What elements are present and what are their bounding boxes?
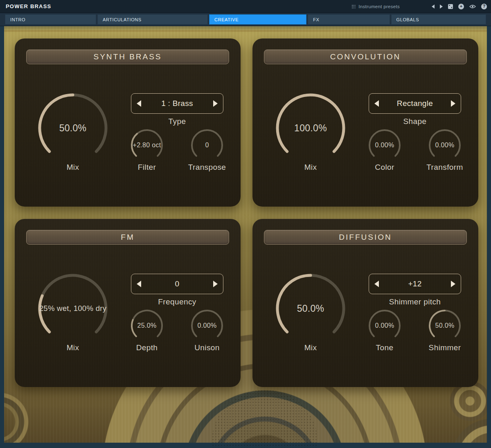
knob-value: 50.0% bbox=[297, 303, 324, 314]
chevron-left-icon[interactable] bbox=[137, 281, 141, 287]
knob-value: 0.00% bbox=[198, 322, 217, 329]
knob-label: Filter bbox=[118, 163, 176, 172]
preset-prev-icon[interactable] bbox=[432, 5, 435, 9]
knob-value: +2.80 oct bbox=[133, 142, 161, 149]
instrument-presets-button[interactable]: Instrument presets bbox=[351, 4, 400, 9]
transform-knob[interactable]: 0.00% bbox=[428, 128, 462, 162]
knob-value: 25.0% bbox=[137, 322, 157, 329]
knob-label: Mix bbox=[37, 163, 109, 172]
grid-icon bbox=[351, 5, 356, 9]
selector-value: Rectangle bbox=[397, 99, 433, 108]
shimmer-knob[interactable]: 50.0% bbox=[428, 308, 462, 343]
mix-knob[interactable]: 50.0% bbox=[37, 92, 109, 164]
knob-label: Depth bbox=[118, 343, 176, 352]
panel-convolution: CONVOLUTION 100.0% Mix Rectangle Shape 0… bbox=[252, 38, 478, 207]
depth-knob[interactable]: 25.0% bbox=[130, 308, 164, 343]
mix-knob[interactable]: 50.0% bbox=[275, 272, 347, 344]
tab-intro[interactable]: INTRO bbox=[5, 14, 96, 25]
chevron-right-icon[interactable] bbox=[451, 281, 455, 287]
chevron-right-icon[interactable] bbox=[451, 100, 455, 107]
unison-knob[interactable]: 0.00% bbox=[190, 308, 224, 343]
plugin-window: POWER BRASS Instrument presets + ? INTRO… bbox=[0, 0, 491, 448]
frequency-selector[interactable]: 0 bbox=[131, 274, 223, 294]
random-icon[interactable] bbox=[448, 4, 453, 9]
knob-value: 50.0% bbox=[435, 322, 455, 329]
help-icon[interactable]: ? bbox=[481, 4, 487, 9]
tab-creative[interactable]: CREATIVE bbox=[209, 14, 306, 25]
mix-knob[interactable]: 100.0% bbox=[275, 92, 347, 164]
panel-synth-brass: SYNTH BRASS 50.0% Mix 1 : Brass Type +2.… bbox=[15, 38, 241, 207]
chevron-right-icon[interactable] bbox=[213, 100, 218, 107]
app-title: POWER BRASS bbox=[6, 3, 51, 9]
panel-title: SYNTH BRASS bbox=[26, 50, 229, 64]
chevron-left-icon[interactable] bbox=[137, 100, 141, 107]
panel-diffusion: DIFFUSION 50.0% Mix +12 Shimmer pitch 0.… bbox=[252, 219, 478, 387]
knob-value: 50.0% bbox=[59, 123, 87, 134]
filter-knob[interactable]: +2.80 oct bbox=[130, 128, 164, 162]
eye-icon[interactable] bbox=[469, 4, 476, 9]
knob-value: 0 bbox=[205, 142, 209, 149]
selector-label: Frequency bbox=[131, 297, 223, 306]
color-knob[interactable]: 0.00% bbox=[367, 128, 402, 162]
titlebar: POWER BRASS Instrument presets + ? bbox=[0, 0, 491, 13]
chevron-left-icon[interactable] bbox=[374, 100, 379, 107]
chevron-right-icon[interactable] bbox=[213, 281, 218, 287]
selector-label: Type bbox=[131, 117, 223, 126]
chevron-left-icon[interactable] bbox=[374, 281, 379, 287]
knob-label: Tone bbox=[356, 343, 413, 352]
panel-title: CONVOLUTION bbox=[264, 50, 467, 64]
shimmer-pitch-selector[interactable]: +12 bbox=[369, 274, 461, 294]
knob-value: 0.00% bbox=[435, 142, 455, 149]
transpose-knob[interactable]: 0 bbox=[190, 128, 224, 162]
plus-icon[interactable]: + bbox=[458, 4, 464, 9]
speaker-mesh-texture bbox=[212, 389, 318, 448]
shape-selector[interactable]: Rectangle bbox=[369, 93, 461, 114]
selector-value: +12 bbox=[408, 279, 421, 288]
knob-label: Mix bbox=[275, 343, 347, 352]
type-selector[interactable]: 1 : Brass bbox=[131, 93, 223, 114]
selector-value: 1 : Brass bbox=[161, 99, 193, 108]
tab-fx[interactable]: FX bbox=[308, 14, 390, 25]
titlebar-icons: + ? bbox=[432, 4, 487, 9]
knob-value: 100.0% bbox=[294, 123, 327, 134]
tone-knob[interactable]: 0.00% bbox=[367, 308, 402, 343]
knob-label: Shimmer bbox=[416, 343, 473, 352]
instrument-presets-label: Instrument presets bbox=[358, 4, 400, 9]
panel-title: FM bbox=[26, 230, 229, 245]
panel-fm: FM 25% wet, 100% dry Mix 0 Frequency 25.… bbox=[15, 219, 241, 387]
knob-value: 25% wet, 100% dry bbox=[39, 304, 107, 313]
background-artwork: SYNTH BRASS 50.0% Mix 1 : Brass Type +2.… bbox=[4, 26, 487, 443]
knob-label: Unison bbox=[178, 343, 236, 352]
selector-value: 0 bbox=[175, 279, 180, 288]
knob-label: Color bbox=[356, 163, 413, 172]
mix-knob[interactable]: 25% wet, 100% dry bbox=[37, 272, 109, 344]
tab-globals[interactable]: GLOBALS bbox=[391, 14, 486, 25]
tab-bar: INTRO ARTICULATIONS CREATIVE FX GLOBALS bbox=[0, 13, 491, 26]
knob-value: 0.00% bbox=[375, 322, 394, 329]
knob-label: Mix bbox=[37, 343, 109, 352]
tab-articulations[interactable]: ARTICULATIONS bbox=[97, 14, 208, 25]
knob-label: Transpose bbox=[178, 163, 236, 172]
preset-next-icon[interactable] bbox=[440, 5, 443, 9]
knob-label: Mix bbox=[275, 163, 347, 172]
knob-label: Transform bbox=[416, 163, 473, 172]
knob-value: 0.00% bbox=[375, 142, 394, 149]
panel-title: DIFFUSION bbox=[264, 230, 467, 245]
selector-label: Shimmer pitch bbox=[369, 297, 461, 306]
selector-label: Shape bbox=[369, 117, 461, 126]
